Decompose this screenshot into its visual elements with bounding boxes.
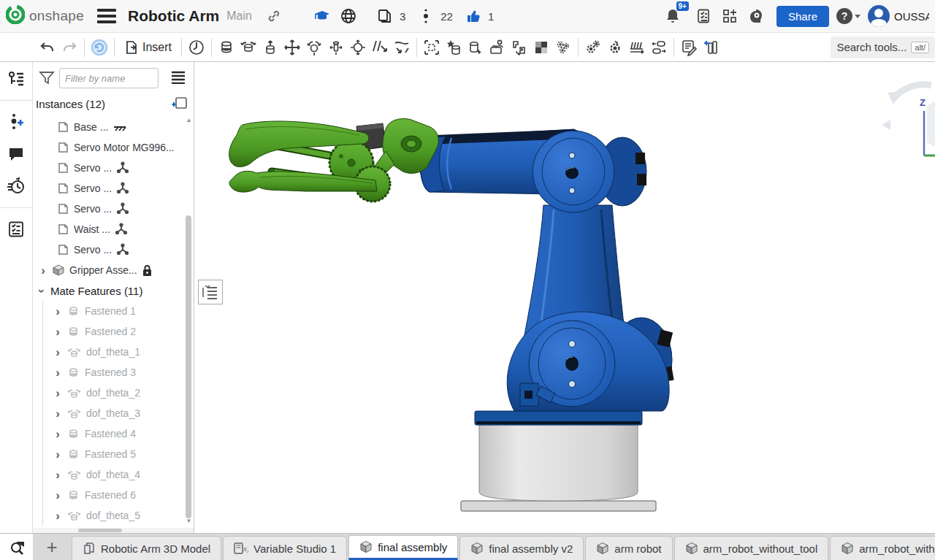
history-panel-icon[interactable]	[4, 175, 28, 197]
panel-horizontal-scrollbar[interactable]	[33, 528, 194, 533]
model-tree-panel-icon[interactable]	[4, 68, 28, 90]
insert-button[interactable]: Insert	[118, 36, 178, 59]
versions-icon[interactable]	[416, 6, 436, 26]
learning-center-icon[interactable]	[312, 6, 332, 26]
panel-vertical-scrollbar[interactable]: ▲ ▼	[185, 117, 193, 524]
tangent-mate-icon[interactable]	[391, 36, 413, 59]
mate-row-fastened-6[interactable]: › Fastened 6	[43, 485, 194, 505]
view-orientation-triad[interactable]	[880, 77, 935, 172]
expand-chevron-icon[interactable]: ›	[53, 326, 62, 338]
tab-arm-robot-with-tool[interactable]: arm_robot_with_tool	[830, 536, 935, 560]
mate-row-fastened-3[interactable]: › Fastened 3	[43, 362, 194, 383]
instance-row-servo-4[interactable]: Servo ...	[33, 239, 194, 260]
feature-pattern-icon[interactable]	[443, 36, 465, 59]
mate-features-header-row[interactable]: › Mate Features (11)	[33, 280, 194, 301]
public-globe-icon[interactable]	[338, 6, 359, 26]
share-button[interactable]: Share	[776, 6, 829, 27]
versions-panel-icon[interactable]	[4, 111, 28, 133]
list-options-icon[interactable]	[170, 71, 186, 86]
expand-chevron-icon[interactable]: ›	[53, 469, 62, 481]
pin-slot-mate-icon[interactable]	[325, 36, 347, 59]
named-positions-icon[interactable]	[486, 36, 508, 59]
link-icon[interactable]	[264, 6, 284, 26]
mate-row-fastened-4[interactable]: › Fastened 4	[43, 423, 194, 444]
tab-robotic-arm-3d-model[interactable]: Robotic Arm 3D Model	[72, 536, 221, 560]
search-tools-button[interactable]: Search tools... alt/	[831, 37, 935, 58]
replicate-icon[interactable]	[648, 36, 670, 59]
add-tab-button[interactable]: +	[33, 534, 71, 560]
tab-final-assembly-v2[interactable]: final assembly v2	[459, 536, 584, 560]
planar-mate-icon[interactable]	[281, 36, 303, 59]
mate-row-dof-theta-2[interactable]: › dof_theta_2	[43, 383, 194, 403]
mate-row-dof-theta-3[interactable]: › dof_theta_3	[43, 403, 194, 423]
mate-values-icon[interactable]	[582, 36, 604, 59]
expand-chevron-icon[interactable]: ›	[53, 367, 62, 379]
tab-arm-robot[interactable]: arm robot	[585, 536, 672, 560]
interference-icon[interactable]	[552, 36, 574, 59]
in-context-icon[interactable]	[508, 36, 530, 59]
sketch-note-icon[interactable]	[678, 36, 700, 59]
like-icon[interactable]	[463, 6, 484, 26]
expand-chevron-icon[interactable]: ›	[53, 428, 62, 440]
instance-row-servo-motor[interactable]: Servo Motor MG996...	[33, 137, 194, 158]
instance-row-waist[interactable]: Waist ...	[33, 219, 194, 239]
app-store-icon[interactable]	[720, 6, 740, 26]
mate-row-dof-theta-5[interactable]: › dof_theta_5	[43, 505, 194, 526]
redo-button[interactable]	[58, 36, 80, 59]
onshape-logo[interactable]: onshape	[6, 5, 84, 27]
notifications-bell-icon[interactable]: 9+	[663, 6, 683, 26]
cylindrical-mate-icon[interactable]	[347, 36, 369, 59]
graphics-viewport[interactable]: Z	[194, 62, 935, 533]
mate-row-fastened-2[interactable]: › Fastened 2	[43, 321, 194, 342]
document-menu-button[interactable]	[97, 9, 116, 23]
rack-pinion-icon[interactable]	[626, 36, 648, 59]
user-avatar[interactable]	[868, 5, 890, 27]
replace-instance-icon[interactable]	[465, 36, 486, 59]
scroll-up-icon[interactable]: ▲	[185, 117, 193, 123]
mate-row-fastened-1[interactable]: › Fastened 1	[43, 301, 194, 321]
snapshot-clock-icon[interactable]	[186, 36, 207, 59]
release-tasks-icon[interactable]	[693, 6, 714, 26]
instance-row-base[interactable]: Base ...	[33, 117, 194, 137]
learning-assistant-icon[interactable]	[746, 6, 766, 26]
expand-chevron-icon[interactable]: ›	[53, 489, 62, 502]
filter-input[interactable]	[59, 68, 159, 88]
scroll-down-icon[interactable]: ▼	[185, 518, 193, 524]
undo-button[interactable]	[37, 36, 58, 59]
expand-chevron-icon[interactable]: ›	[53, 346, 62, 358]
follow-mode-panel-icon[interactable]	[4, 218, 28, 240]
mate-row-fastened-5[interactable]: › Fastened 5	[43, 444, 194, 464]
tab-arm-robot-without-tool[interactable]: arm_robot_without_tool	[674, 536, 829, 560]
robot-arm-model[interactable]	[194, 62, 935, 533]
help-menu[interactable]: ?	[836, 8, 860, 24]
expand-chevron-icon[interactable]: ›	[53, 305, 62, 318]
bom-icon[interactable]	[700, 36, 722, 59]
filter-funnel-icon[interactable]	[39, 69, 55, 88]
comments-panel-icon[interactable]	[4, 143, 28, 165]
copies-icon[interactable]	[375, 6, 395, 26]
instance-row-servo-2[interactable]: Servo ...	[33, 178, 194, 199]
expand-chevron-icon[interactable]: ›	[39, 264, 47, 277]
mate-row-dof-theta-4[interactable]: › dof_theta_4	[43, 464, 194, 485]
tab-variable-studio-1[interactable]: x) Variable Studio 1	[223, 536, 347, 560]
tab-final-assembly[interactable]: final assembly	[348, 535, 458, 560]
expand-chevron-icon[interactable]: ›	[53, 510, 62, 522]
workspace-label[interactable]: Main	[226, 9, 252, 23]
instance-row-servo-1[interactable]: Servo ...	[33, 158, 194, 178]
rollback-button[interactable]	[88, 36, 110, 59]
add-subassembly-icon[interactable]	[172, 96, 188, 112]
parallel-mate-icon[interactable]	[369, 36, 391, 59]
motion-study-icon[interactable]	[604, 36, 626, 59]
mate-row-dof-theta-1[interactable]: › dof_theta_1	[43, 342, 194, 362]
explode-view-icon[interactable]	[421, 36, 443, 59]
expand-chevron-icon[interactable]: ›	[53, 387, 62, 399]
display-states-icon[interactable]	[530, 36, 552, 59]
slider-mate-icon[interactable]	[259, 36, 281, 59]
ball-mate-icon[interactable]	[303, 36, 325, 59]
tab-search-button[interactable]	[0, 534, 33, 560]
instance-row-servo-3[interactable]: Servo ...	[33, 199, 194, 219]
fastened-mate-icon[interactable]	[215, 36, 237, 59]
expand-chevron-icon[interactable]: ›	[53, 448, 62, 461]
revolute-mate-icon[interactable]	[237, 36, 259, 59]
scrollbar-thumb[interactable]	[186, 215, 191, 518]
